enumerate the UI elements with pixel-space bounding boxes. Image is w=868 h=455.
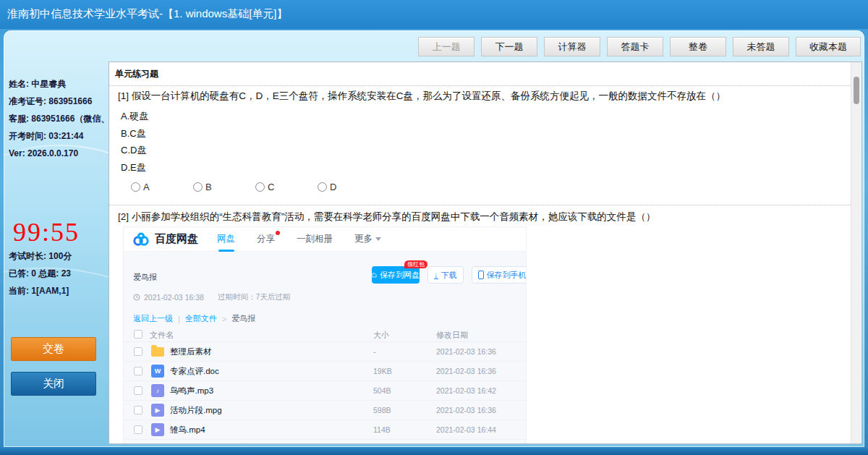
radio-label: B [205, 182, 212, 192]
share-action-buttons: 保存到网盘 领红包 ↓ 下载 保存到手机 [372, 266, 526, 284]
radio-circle-icon[interactable] [318, 182, 327, 192]
window-titlebar: 淮南初中信息技术学业水平考试-【1. windows基础[单元]】 [0, 0, 868, 29]
file-name: 鸟鸣声.mp3 [170, 386, 213, 396]
notification-dot-icon [276, 231, 280, 235]
breadcrumb-all-files-link: 全部文件 [185, 313, 217, 324]
save-to-netdisk-button: 保存到网盘 领红包 [372, 266, 420, 284]
file-size: 114B [373, 425, 391, 434]
save-to-netdisk-label: 保存到网盘 [380, 270, 420, 281]
file-table-header: 文件名 大小 修改日期 [124, 328, 526, 341]
select-all-checkbox [134, 330, 142, 339]
expire-text: 过期时间：7天后过期 [218, 292, 290, 302]
question-panel: 单元练习题 [1] 假设一台计算机的硬盘有C，D，E三个盘符，操作系统安装在C盘… [109, 61, 862, 444]
file-size: 504B [373, 386, 391, 395]
row-checkbox [134, 347, 142, 356]
netdisk-tab-disk: 网盘 [217, 233, 235, 245]
save-to-phone-label: 保存到手机 [487, 270, 527, 281]
share-meta-line: 2021-02-03 16:38 过期时间：7天后过期 [133, 292, 290, 302]
start-time: 开考时间: 03:21:44 [9, 127, 110, 145]
radio-label: C [268, 182, 274, 192]
file-name: 专家点评.doc [170, 366, 219, 377]
question-1-option-d: D.E盘 [121, 161, 146, 174]
divider [109, 85, 851, 86]
file-date: 2021-02-03 16:36 [436, 347, 496, 356]
active-tab-underline [218, 250, 234, 252]
answered-total-count: 已答: 0 总题: 23 [9, 265, 110, 282]
examinee-info: 姓名: 中星睿典 准考证号: 863951666 客服: 863951666（微… [9, 75, 110, 162]
column-size: 大小 [373, 330, 389, 341]
divider [109, 205, 851, 205]
share-folder-title: 爱鸟报 [133, 272, 157, 283]
radio-circle-icon[interactable] [255, 182, 265, 192]
question-toolbar: 上一题 下一题 计算器 答题卡 整卷 未答题 收藏本题 [418, 37, 861, 56]
submit-paper-button[interactable]: 交卷 [11, 337, 96, 361]
answer-card-button[interactable]: 答题卡 [607, 37, 663, 56]
row-checkbox [134, 406, 142, 414]
panel-scrollbar-thumb[interactable] [854, 77, 859, 104]
radio-label: D [330, 182, 336, 192]
file-row: ▶ 活动片段.mpg 598B 2021-02-03 16:36 [124, 400, 526, 420]
download-button: ↓ 下载 [427, 266, 464, 284]
breadcrumb-separator: > [222, 315, 226, 323]
question-1-option-a: A.硬盘 [121, 110, 148, 123]
examinee-name: 姓名: 中星睿典 [9, 75, 110, 93]
netdisk-tab-album: 一刻相册 [297, 233, 333, 245]
question-1-option-c: C.D盘 [121, 144, 146, 157]
section-title: 单元练习题 [115, 68, 158, 80]
panel-scrollbar-track[interactable] [851, 62, 861, 443]
breadcrumb-current: 爱鸟报 [231, 313, 255, 324]
column-filename: 文件名 [150, 330, 174, 341]
netdisk-tab-share-label: 分享 [257, 234, 275, 244]
window-bottom-border [0, 447, 868, 455]
radio-circle-icon[interactable] [131, 182, 140, 192]
file-name: 活动片段.mpg [170, 405, 222, 416]
next-question-button[interactable]: 下一题 [481, 37, 537, 56]
audio-icon: ♪ [151, 384, 164, 397]
admission-number: 准考证号: 863951666 [9, 93, 110, 110]
file-row: 整理后素材 - 2021-02-03 16:36 [124, 341, 526, 361]
share-time: 2021-02-03 16:38 [144, 293, 204, 302]
close-button[interactable]: 关闭 [11, 372, 96, 396]
current-question-label: 当前: 1[AAM,1] [9, 282, 110, 299]
breadcrumb: 返回上一级 | 全部文件 > 爱鸟报 [133, 313, 255, 324]
row-checkbox [134, 367, 142, 375]
radio-choice-d[interactable]: D [318, 182, 356, 192]
netdisk-brand-name: 百度网盘 [155, 232, 198, 246]
whole-paper-button[interactable]: 整卷 [670, 37, 726, 56]
question-2-netdisk-screenshot: 百度网盘 网盘 分享 一刻相册 更多 [124, 227, 526, 444]
netdisk-tab-disk-label: 网盘 [217, 234, 235, 244]
breadcrumb-separator: | [178, 315, 180, 323]
netdisk-tab-share: 分享 [257, 233, 275, 245]
question-1-option-b: B.C盘 [121, 127, 146, 140]
file-size: 598B [373, 406, 391, 414]
answer-radio-group: A B C D [131, 182, 356, 192]
calculator-button[interactable]: 计算器 [544, 37, 600, 56]
file-row: W 专家点评.doc 19KB 2021-02-03 16:36 [124, 361, 526, 380]
video-icon: ▶ [151, 404, 164, 417]
radio-circle-icon[interactable] [193, 182, 203, 192]
row-checkbox [134, 386, 142, 395]
breadcrumb-back-link: 返回上一级 [133, 313, 173, 324]
save-to-phone-button: 保存到手机 [472, 266, 527, 284]
file-date: 2021-02-03 16:36 [436, 406, 496, 414]
phone-icon [478, 271, 484, 279]
baidu-netdisk-logo-icon [132, 231, 150, 247]
radio-choice-c[interactable]: C [255, 182, 294, 192]
exam-app-window: 淮南初中信息技术学业水平考试-【1. windows基础[单元]】 上一题 下一… [0, 0, 868, 455]
netdisk-header: 百度网盘 网盘 分享 一刻相册 更多 [124, 227, 526, 252]
save-file-icon [372, 271, 377, 279]
file-date: 2021-02-03 16:36 [436, 367, 496, 375]
favorite-question-button[interactable]: 收藏本题 [796, 37, 861, 56]
radio-choice-a[interactable]: A [131, 182, 169, 192]
radio-choice-b[interactable]: B [193, 182, 231, 192]
netdisk-tab-more-label: 更多 [354, 234, 373, 244]
countdown-timer: 99:55 [13, 217, 80, 247]
customer-service: 客服: 863951666（微信、QQ [9, 110, 110, 127]
prev-question-button[interactable]: 上一题 [418, 37, 475, 56]
red-packet-badge: 领红包 [404, 260, 427, 268]
download-arrow-icon: ↓ [434, 271, 438, 279]
unanswered-button[interactable]: 未答题 [733, 37, 789, 56]
row-checkbox [134, 425, 142, 434]
radio-label: A [143, 182, 150, 192]
download-label: 下载 [441, 270, 457, 281]
